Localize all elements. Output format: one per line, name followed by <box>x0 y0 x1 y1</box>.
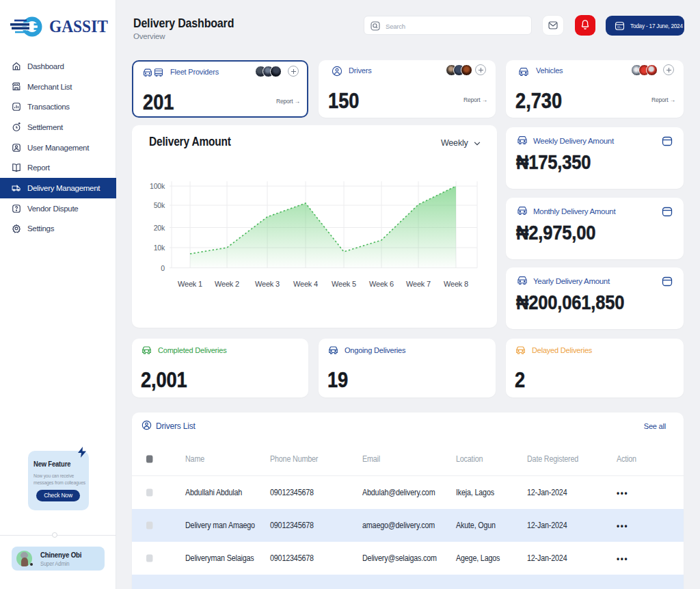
svg-text:0: 0 <box>161 264 165 272</box>
svg-text:Week 3: Week 3 <box>255 280 280 288</box>
svg-text:20k: 20k <box>154 224 165 232</box>
svg-text:100k: 100k <box>150 182 165 190</box>
svg-text:Week 1: Week 1 <box>178 280 202 288</box>
svg-text:10k: 10k <box>154 244 165 252</box>
svg-text:Week 5: Week 5 <box>332 280 356 288</box>
svg-text:Week 6: Week 6 <box>369 280 394 288</box>
svg-text:Week 4: Week 4 <box>293 280 318 288</box>
svg-text:50k: 50k <box>154 201 165 209</box>
svg-text:Week 8: Week 8 <box>444 280 468 288</box>
svg-text:Week 7: Week 7 <box>406 280 431 288</box>
svg-text:Week 2: Week 2 <box>215 280 239 288</box>
